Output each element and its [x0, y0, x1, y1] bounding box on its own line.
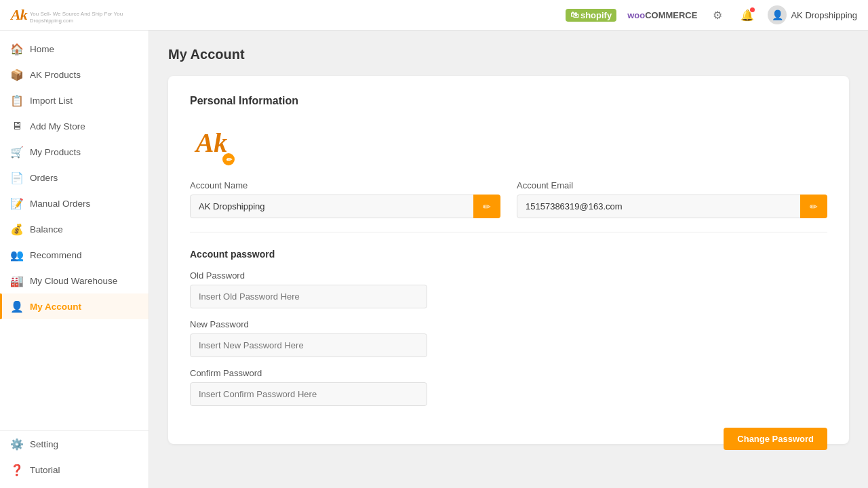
setting-icon: ⚙️ — [11, 438, 23, 450]
account-name-edit-button[interactable]: ✏ — [473, 195, 500, 218]
woocommerce-badge[interactable]: wooCOMMERCE — [627, 10, 697, 20]
sidebar: 🏠 Home 📦 AK Products 📋 Import List 🖥 Add… — [0, 30, 149, 488]
account-email-label: Account Email — [517, 180, 827, 190]
app-body: 🏠 Home 📦 AK Products 📋 Import List 🖥 Add… — [0, 30, 868, 488]
sidebar-label-tutorial: Tutorial — [30, 465, 60, 475]
confirm-password-group: Confirm Password — [190, 368, 827, 406]
account-email-input-wrapper: ✏ — [517, 195, 827, 218]
confirm-password-input[interactable] — [190, 382, 427, 406]
sidebar-item-my-account[interactable]: 👤 My Account — [0, 293, 149, 319]
shopify-bag-icon: 🛍 — [570, 10, 578, 20]
cloud-warehouse-icon: 🏭 — [11, 274, 23, 287]
old-password-label: Old Password — [190, 270, 827, 281]
sidebar-item-home[interactable]: 🏠 Home — [0, 36, 149, 62]
account-email-input[interactable] — [517, 195, 827, 218]
avatar-area: Ak ✏ — [190, 121, 827, 164]
settings-icon: ⚙ — [713, 9, 722, 22]
sidebar-label-add-my-store: Add My Store — [30, 121, 85, 131]
my-products-icon: 🛒 — [11, 146, 23, 158]
main-content: My Account Personal Information Ak ✏ Acc… — [149, 30, 868, 488]
tutorial-icon: ❓ — [11, 464, 23, 476]
sidebar-item-my-products[interactable]: 🛒 My Products — [0, 139, 149, 165]
sidebar-item-add-my-store[interactable]: 🖥 Add My Store — [0, 113, 149, 139]
personal-info-title: Personal Information — [190, 95, 827, 107]
avatar: 👤 — [768, 5, 787, 24]
shopify-badge[interactable]: 🛍 shopify — [566, 9, 616, 22]
account-info-row: Account Name ✏ Account Email ✏ — [190, 180, 827, 218]
sidebar-item-import-list[interactable]: 📋 Import List — [0, 87, 149, 113]
sidebar-item-recommend[interactable]: 👥 Recommend — [0, 242, 149, 268]
sidebar-label-my-products: My Products — [30, 147, 81, 157]
logo-area: Ak You Sell- We Source And Ship For YouD… — [11, 5, 123, 24]
account-name-input-wrapper: ✏ — [190, 195, 500, 218]
account-email-edit-button[interactable]: ✏ — [800, 195, 827, 218]
pencil-icon-2: ✏ — [810, 201, 818, 212]
sidebar-item-balance[interactable]: 💰 Balance — [0, 216, 149, 242]
notification-btn[interactable]: 🔔 — [738, 5, 757, 24]
recommend-icon: 👥 — [11, 249, 23, 261]
user-name: AK Dropshipping — [791, 10, 857, 20]
logo-text: Ak — [11, 6, 27, 24]
sidebar-label-manual-orders: Manual Orders — [30, 199, 90, 209]
my-account-icon: 👤 — [11, 300, 23, 312]
sidebar-label-import-list: Import List — [30, 96, 73, 106]
add-store-icon: 🖥 — [11, 120, 23, 132]
sidebar-label-balance: Balance — [30, 224, 63, 235]
old-password-input[interactable] — [190, 285, 427, 308]
sidebar-label-home: Home — [30, 44, 54, 54]
top-nav: Ak You Sell- We Source And Ship For YouD… — [0, 0, 868, 30]
sidebar-label-my-cloud-warehouse: My Cloud Warehouse — [30, 276, 117, 286]
page-title: My Account — [168, 47, 849, 62]
sidebar-label-setting: Setting — [30, 439, 58, 449]
sidebar-label-my-account: My Account — [30, 302, 81, 312]
change-password-button[interactable]: Change Password — [724, 428, 827, 450]
password-section-title: Account password — [190, 249, 827, 260]
account-name-label: Account Name — [190, 180, 500, 190]
new-password-group: New Password — [190, 319, 827, 357]
new-password-input[interactable] — [190, 333, 427, 357]
sidebar-item-manual-orders[interactable]: 📝 Manual Orders — [0, 190, 149, 216]
balance-icon: 💰 — [11, 223, 23, 235]
divider — [190, 232, 827, 232]
account-email-group: Account Email ✏ — [517, 180, 827, 218]
account-name-group: Account Name ✏ — [190, 180, 500, 218]
orders-icon: 📄 — [11, 171, 23, 184]
password-section: Account password Old Password New Passwo… — [190, 249, 827, 422]
account-name-input[interactable] — [190, 195, 500, 218]
sidebar-item-tutorial[interactable]: ❓ Tutorial — [0, 457, 149, 483]
sidebar-label-ak-products: AK Products — [30, 70, 81, 80]
top-nav-right: 🛍 shopify wooCOMMERCE ⚙ 🔔 👤 AK Dropshipp… — [566, 5, 857, 24]
sidebar-label-recommend: Recommend — [30, 250, 82, 260]
account-card: Personal Information Ak ✏ Account Name ✏ — [168, 76, 849, 444]
sidebar-item-setting[interactable]: ⚙️ Setting — [0, 430, 149, 457]
new-password-label: New Password — [190, 319, 827, 329]
sidebar-label-orders: Orders — [30, 173, 58, 183]
account-logo: Ak ✏ — [190, 121, 233, 164]
shopify-label: shopify — [580, 10, 612, 20]
import-list-icon: 📋 — [11, 94, 23, 106]
ak-products-icon: 📦 — [11, 68, 23, 81]
avatar-edit-button[interactable]: ✏ — [222, 153, 235, 165]
logo-sub: You Sell- We Source And Ship For YouDrop… — [30, 11, 123, 24]
home-icon: 🏠 — [11, 43, 23, 55]
sidebar-item-orders[interactable]: 📄 Orders — [0, 165, 149, 190]
manual-orders-icon: 📝 — [11, 197, 23, 209]
old-password-group: Old Password — [190, 270, 827, 308]
user-area[interactable]: 👤 AK Dropshipping — [768, 5, 857, 24]
settings-icon-btn[interactable]: ⚙ — [708, 5, 727, 24]
sidebar-item-ak-products[interactable]: 📦 AK Products — [0, 62, 149, 87]
confirm-password-label: Confirm Password — [190, 368, 827, 378]
pencil-icon: ✏ — [483, 201, 491, 212]
sidebar-item-my-cloud-warehouse[interactable]: 🏭 My Cloud Warehouse — [0, 268, 149, 293]
